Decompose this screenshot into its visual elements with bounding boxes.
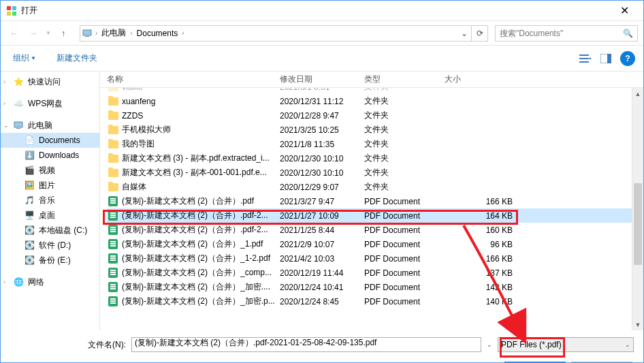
file-row[interactable]: (复制)-新建文本文档 (2)（合并）.pdf-2...2021/1/27 10… — [107, 208, 643, 223]
file-row[interactable]: (复制)-新建文本文档 (2)（合并）_加密.p...2020/12/24 8:… — [107, 294, 643, 309]
file-date: 2021/3/1 0:31 — [280, 88, 364, 92]
file-type: PDF Document — [364, 197, 445, 206]
scroll-thumb[interactable] — [634, 183, 642, 265]
crumb-documents[interactable]: Documents — [134, 29, 181, 38]
sidebar-network[interactable]: ›🌐网络 — [1, 274, 99, 289]
sidebar-pictures[interactable]: 🖼️图片 — [1, 178, 99, 193]
file-name: 手机模拟大师 — [122, 124, 280, 136]
nav-back[interactable]: ← — [6, 25, 22, 42]
file-row[interactable]: (复制)-新建文本文档 (2)（合并）_1.pdf2021/2/9 10:07P… — [107, 237, 643, 251]
svg-rect-1 — [12, 6, 16, 10]
sidebar-documents[interactable]: 📄Documents — [1, 133, 99, 148]
file-name: xuanfeng — [122, 97, 280, 106]
sidebar-disk-e[interactable]: 💽备份 (E:) — [1, 253, 99, 268]
folder-icon — [107, 112, 119, 120]
file-row[interactable]: 自媒体2020/12/29 9:07文件夹 — [107, 180, 643, 194]
scroll-up[interactable]: ▲ — [632, 88, 643, 99]
new-folder-button[interactable]: 新建文件夹 — [52, 50, 101, 67]
folder-icon — [107, 126, 119, 134]
file-list: 名称 修改日期 类型 大小 vidikit2021/3/1 0:31文件夹xua… — [100, 72, 643, 330]
sidebar-desktop[interactable]: 🖥️桌面 — [1, 208, 99, 223]
folder-icon — [107, 140, 119, 148]
file-row[interactable]: 新建文本文档 (3) - 副本.pdf.extracted_i...2020/1… — [107, 151, 643, 165]
svg-rect-4 — [83, 30, 91, 35]
chevron-right-icon[interactable]: › — [129, 29, 133, 37]
file-name: 新建文本文档 (3) - 副本.pdf.extracted_i... — [122, 153, 280, 164]
file-date: 2021/1/27 10:09 — [280, 211, 364, 221]
sidebar-thispc[interactable]: ⌄此电脑 — [1, 118, 99, 133]
filename-input[interactable] — [135, 338, 478, 348]
address-bar[interactable]: › 此电脑 › Documents › ⌄ ⟳ — [80, 25, 488, 42]
sidebar-downloads[interactable]: ⬇️Downloads — [1, 148, 99, 163]
navbar: ← → ▼ ↑ › 此电脑 › Documents › ⌄ ⟳ 🔍 — [1, 21, 643, 46]
close-button[interactable]: ✕ — [611, 4, 638, 17]
file-type: 文件夹 — [364, 95, 445, 107]
file-type: PDF Document — [364, 254, 445, 264]
sidebar-wps[interactable]: ›☁️WPS网盘 — [1, 96, 99, 111]
scroll-down[interactable]: ▼ — [632, 319, 643, 330]
file-name: (复制)-新建文本文档 (2)（合并）_comp... — [122, 267, 280, 279]
file-date: 2020/12/30 10:10 — [280, 168, 364, 178]
file-row[interactable]: 新建文本文档 (3) - 副本-001-001.pdf.e...2020/12/… — [107, 165, 643, 180]
preview-pane-icon[interactable] — [597, 50, 615, 67]
file-type: 文件夹 — [364, 138, 445, 150]
pdf-icon — [107, 225, 119, 235]
file-date: 2021/1/25 8:44 — [280, 225, 364, 235]
file-row[interactable]: (复制)-新建文本文档 (2)（合并）_加密....2020/12/24 10:… — [107, 280, 643, 294]
address-dropdown[interactable]: ⌄ — [457, 29, 471, 38]
help-button[interactable]: ? — [620, 51, 635, 66]
file-row[interactable]: (复制)-新建文本文档 (2)（合并）_1-2.pdf2021/4/2 10:0… — [107, 251, 643, 266]
filename-input-wrap[interactable] — [131, 337, 481, 352]
scrollbar[interactable]: ▲ ▼ — [632, 88, 643, 330]
nav-history-dropdown[interactable]: ▼ — [44, 30, 52, 36]
file-row[interactable]: (复制)-新建文本文档 (2)（合并）.pdf-2...2021/1/25 8:… — [107, 223, 643, 237]
file-row[interactable]: 手机模拟大师2021/3/25 10:25文件夹 — [107, 123, 643, 137]
titlebar: 打开 ✕ — [1, 1, 643, 21]
organize-menu[interactable]: 组织▼ — [9, 50, 40, 67]
file-type: PDF Document — [364, 225, 445, 235]
sidebar-quick-access[interactable]: ›⭐快速访问 — [1, 74, 99, 89]
file-row[interactable]: 我的导图2021/1/8 11:35文件夹 — [107, 137, 643, 151]
col-size[interactable]: 大小 — [445, 74, 513, 85]
crumb-thispc[interactable]: 此电脑 — [99, 27, 129, 39]
file-name: 新建文本文档 (3) - 副本-001-001.pdf.e... — [122, 167, 280, 178]
pdf-icon — [107, 239, 119, 249]
file-row[interactable]: vidikit2021/3/1 0:31文件夹 — [107, 88, 643, 94]
file-type: 文件夹 — [364, 124, 445, 136]
search-icon[interactable]: 🔍 — [623, 29, 633, 38]
col-date[interactable]: 修改日期 — [280, 74, 364, 85]
pdf-icon — [107, 268, 119, 278]
chevron-right-icon[interactable]: › — [180, 29, 185, 37]
file-date: 2021/1/8 11:35 — [280, 140, 364, 149]
window-title: 打开 — [21, 5, 611, 16]
filename-dropdown[interactable]: ⌄ — [487, 341, 492, 348]
nav-up[interactable]: ↑ — [55, 25, 71, 42]
file-name: (复制)-新建文本文档 (2)（合并）_加密.... — [122, 281, 280, 293]
toolbar: 组织▼ 新建文件夹 ? — [1, 46, 643, 72]
search-box[interactable]: 🔍 — [495, 25, 638, 42]
app-icon — [6, 5, 17, 16]
file-row[interactable]: (复制)-新建文本文档 (2)（合并）_comp...2020/12/19 11… — [107, 266, 643, 280]
col-name[interactable]: 名称 — [107, 74, 280, 85]
sidebar-disk-d[interactable]: 💽软件 (D:) — [1, 238, 99, 253]
file-row[interactable]: xuanfeng2020/12/31 11:12文件夹 — [107, 94, 643, 108]
sidebar-videos[interactable]: 🎬视频 — [1, 163, 99, 178]
file-name: vidikit — [122, 88, 280, 92]
search-input[interactable] — [500, 29, 623, 38]
svg-rect-0 — [7, 6, 11, 10]
sidebar-disk-c[interactable]: 💽本地磁盘 (C:) — [1, 223, 99, 238]
file-row[interactable]: ZZDS2020/12/28 9:47文件夹 — [107, 108, 643, 123]
sidebar-music[interactable]: 🎵音乐 — [1, 193, 99, 208]
svg-rect-10 — [607, 54, 611, 63]
view-options-icon[interactable] — [577, 50, 594, 67]
filetype-filter[interactable]: PDF Files (*.pdf)⌄ — [498, 337, 634, 352]
file-row[interactable]: (复制)-新建文本文档 (2)（合并）.pdf2021/3/27 9:47PDF… — [107, 194, 643, 208]
chevron-right-icon[interactable]: › — [94, 29, 99, 37]
file-date: 2020/12/19 11:44 — [280, 268, 364, 278]
svg-rect-3 — [12, 12, 16, 16]
nav-forward[interactable]: → — [25, 25, 42, 42]
file-size: 164 KB — [445, 211, 513, 221]
col-type[interactable]: 类型 — [364, 74, 445, 85]
file-name: (复制)-新建文本文档 (2)（合并）.pdf-2... — [122, 224, 280, 236]
refresh-button[interactable]: ⟳ — [471, 26, 487, 41]
